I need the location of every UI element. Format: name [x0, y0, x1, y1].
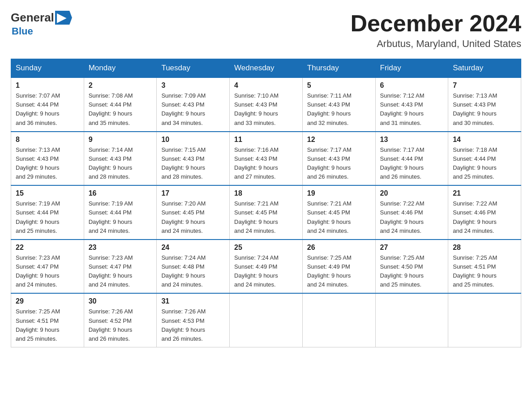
- header-monday: Monday: [84, 59, 157, 78]
- daylight-label: Daylight: 9 hours: [161, 272, 205, 279]
- table-row: 10 Sunrise: 7:15 AM Sunset: 4:43 PM Dayl…: [157, 132, 230, 186]
- daylight-minutes: and 24 minutes.: [307, 281, 349, 288]
- table-row: 9 Sunrise: 7:14 AM Sunset: 4:43 PM Dayli…: [84, 132, 157, 186]
- table-row: 11 Sunrise: 7:16 AM Sunset: 4:43 PM Dayl…: [230, 132, 303, 186]
- sunrise-label: Sunrise: 7:10 AM: [234, 92, 279, 99]
- daylight-label: Daylight: 9 hours: [89, 110, 133, 117]
- header-friday: Friday: [375, 59, 448, 78]
- day-info: Sunrise: 7:26 AM Sunset: 4:53 PM Dayligh…: [161, 307, 225, 343]
- sunrise-label: Sunrise: 7:17 AM: [307, 146, 352, 153]
- daylight-label: Daylight: 9 hours: [453, 272, 497, 279]
- day-number: 10: [161, 136, 225, 144]
- day-info: Sunrise: 7:17 AM Sunset: 4:43 PM Dayligh…: [307, 146, 371, 182]
- day-number: 14: [453, 136, 516, 144]
- sunset-label: Sunset: 4:43 PM: [16, 155, 59, 162]
- day-info: Sunrise: 7:18 AM Sunset: 4:44 PM Dayligh…: [453, 146, 516, 182]
- daylight-label: Daylight: 9 hours: [234, 164, 278, 171]
- table-row: 22 Sunrise: 7:23 AM Sunset: 4:47 PM Dayl…: [11, 240, 84, 294]
- sunset-label: Sunset: 4:43 PM: [234, 101, 277, 108]
- daylight-minutes: and 26 minutes.: [380, 173, 422, 180]
- day-info: Sunrise: 7:12 AM Sunset: 4:43 PM Dayligh…: [380, 91, 444, 128]
- sunset-label: Sunset: 4:43 PM: [453, 101, 496, 108]
- sunrise-label: Sunrise: 7:24 AM: [234, 254, 279, 261]
- logo-blue-box: ▶: [55, 11, 72, 25]
- calendar-week-row: 29 Sunrise: 7:25 AM Sunset: 4:51 PM Dayl…: [11, 293, 521, 347]
- daylight-label: Daylight: 9 hours: [161, 110, 205, 117]
- sunset-label: Sunset: 4:48 PM: [161, 263, 204, 270]
- header-thursday: Thursday: [302, 59, 375, 78]
- daylight-label: Daylight: 9 hours: [234, 272, 278, 279]
- sunrise-label: Sunrise: 7:22 AM: [380, 200, 425, 207]
- sunrise-label: Sunrise: 7:14 AM: [89, 146, 133, 153]
- sunset-label: Sunset: 4:43 PM: [307, 155, 350, 162]
- sunset-label: Sunset: 4:47 PM: [16, 263, 59, 270]
- sunset-label: Sunset: 4:43 PM: [380, 101, 423, 108]
- day-number: 29: [16, 297, 79, 305]
- daylight-minutes: and 25 minutes.: [380, 281, 422, 288]
- sunrise-label: Sunrise: 7:17 AM: [380, 146, 425, 153]
- daylight-label: Daylight: 9 hours: [16, 110, 60, 117]
- daylight-minutes: and 28 minutes.: [89, 173, 130, 180]
- sunrise-label: Sunrise: 7:23 AM: [89, 254, 133, 261]
- day-info: Sunrise: 7:26 AM Sunset: 4:52 PM Dayligh…: [89, 307, 152, 343]
- day-number: 16: [89, 189, 152, 197]
- day-info: Sunrise: 7:16 AM Sunset: 4:43 PM Dayligh…: [234, 146, 298, 182]
- sunset-label: Sunset: 4:51 PM: [16, 317, 59, 324]
- table-row: 8 Sunrise: 7:13 AM Sunset: 4:43 PM Dayli…: [11, 132, 84, 186]
- sunset-label: Sunset: 4:46 PM: [453, 209, 496, 216]
- daylight-label: Daylight: 9 hours: [380, 272, 424, 279]
- daylight-label: Daylight: 9 hours: [16, 218, 60, 225]
- daylight-minutes: and 24 minutes.: [453, 227, 494, 234]
- sunset-label: Sunset: 4:50 PM: [380, 263, 423, 270]
- calendar-week-row: 22 Sunrise: 7:23 AM Sunset: 4:47 PM Dayl…: [11, 240, 521, 294]
- sunset-label: Sunset: 4:43 PM: [161, 101, 204, 108]
- day-number: 31: [161, 297, 225, 305]
- table-row: 25 Sunrise: 7:24 AM Sunset: 4:49 PM Dayl…: [230, 240, 303, 294]
- sunset-label: Sunset: 4:44 PM: [16, 209, 59, 216]
- day-number: 1: [16, 81, 79, 90]
- table-row: 24 Sunrise: 7:24 AM Sunset: 4:48 PM Dayl…: [157, 240, 230, 294]
- daylight-label: Daylight: 9 hours: [307, 272, 351, 279]
- day-number: 15: [16, 189, 79, 197]
- header-tuesday: Tuesday: [157, 59, 230, 78]
- location: Arbutus, Maryland, United States: [350, 38, 521, 50]
- table-row: 4 Sunrise: 7:10 AM Sunset: 4:43 PM Dayli…: [230, 77, 303, 132]
- daylight-minutes: and 24 minutes.: [380, 227, 422, 234]
- day-info: Sunrise: 7:21 AM Sunset: 4:45 PM Dayligh…: [234, 199, 298, 235]
- sunrise-label: Sunrise: 7:13 AM: [16, 146, 60, 153]
- day-number: 20: [380, 189, 444, 197]
- sunrise-label: Sunrise: 7:19 AM: [16, 200, 60, 207]
- sunset-label: Sunset: 4:49 PM: [307, 263, 350, 270]
- sunset-label: Sunset: 4:51 PM: [453, 263, 496, 270]
- day-info: Sunrise: 7:13 AM Sunset: 4:43 PM Dayligh…: [453, 91, 516, 128]
- daylight-label: Daylight: 9 hours: [380, 110, 424, 117]
- sunset-label: Sunset: 4:46 PM: [380, 209, 423, 216]
- daylight-minutes: and 25 minutes.: [453, 173, 494, 180]
- day-info: Sunrise: 7:23 AM Sunset: 4:47 PM Dayligh…: [16, 253, 79, 290]
- daylight-minutes: and 36 minutes.: [16, 120, 57, 126]
- day-number: 19: [307, 189, 371, 197]
- sunrise-label: Sunrise: 7:26 AM: [89, 308, 133, 315]
- table-row: 20 Sunrise: 7:22 AM Sunset: 4:46 PM Dayl…: [375, 185, 448, 240]
- daylight-label: Daylight: 9 hours: [16, 272, 60, 279]
- day-number: 17: [161, 189, 225, 197]
- day-info: Sunrise: 7:11 AM Sunset: 4:43 PM Dayligh…: [307, 91, 371, 128]
- daylight-minutes: and 27 minutes.: [234, 173, 276, 180]
- table-row: 26 Sunrise: 7:25 AM Sunset: 4:49 PM Dayl…: [302, 240, 375, 294]
- sunset-label: Sunset: 4:44 PM: [89, 101, 132, 108]
- sunset-label: Sunset: 4:43 PM: [161, 155, 204, 162]
- daylight-label: Daylight: 9 hours: [453, 110, 497, 117]
- table-row: 5 Sunrise: 7:11 AM Sunset: 4:43 PM Dayli…: [302, 77, 375, 132]
- day-number: 28: [453, 244, 516, 252]
- logo: General ▶ Blue: [11, 11, 72, 37]
- daylight-minutes: and 29 minutes.: [16, 173, 57, 180]
- daylight-minutes: and 25 minutes.: [453, 281, 494, 288]
- daylight-label: Daylight: 9 hours: [234, 110, 278, 117]
- table-row: 27 Sunrise: 7:25 AM Sunset: 4:50 PM Dayl…: [375, 240, 448, 294]
- day-number: 30: [89, 297, 152, 305]
- header-wednesday: Wednesday: [230, 59, 303, 78]
- header-saturday: Saturday: [448, 59, 521, 78]
- sunset-label: Sunset: 4:44 PM: [380, 155, 423, 162]
- daylight-label: Daylight: 9 hours: [307, 110, 351, 117]
- sunrise-label: Sunrise: 7:25 AM: [453, 254, 497, 261]
